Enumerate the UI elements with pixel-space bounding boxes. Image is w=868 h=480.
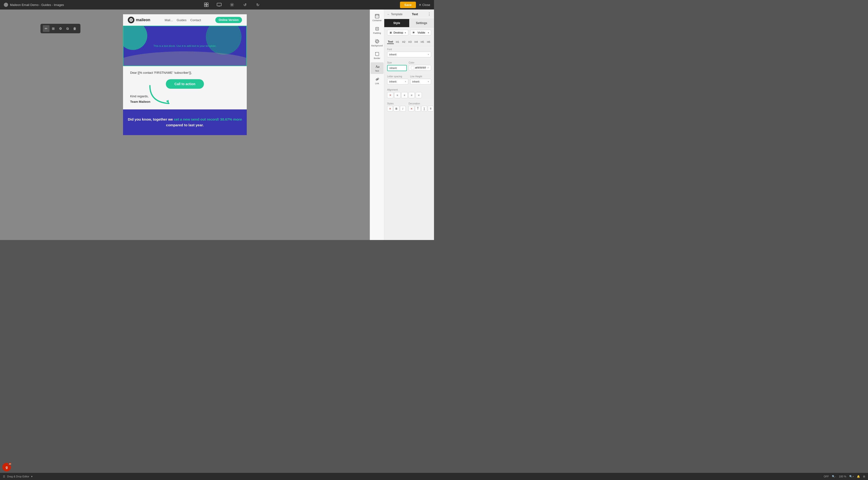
close-button[interactable]: ✕ Close [419, 3, 430, 7]
text-style-tabs: Text H1 H2 H3 H4 H5 H6 [384, 38, 434, 46]
tab-settings[interactable]: Settings [409, 19, 434, 27]
font-section: Font inherit ▾ [384, 46, 434, 60]
container-icon [375, 14, 379, 19]
sign-off-text: Kind regards, [130, 94, 240, 99]
sidebar-item-link[interactable]: Link [371, 75, 383, 87]
styles-decoration-row: Styles ✕ B I Decoration ✕ T T T [384, 100, 434, 114]
deco-underline-button[interactable]: T [422, 106, 427, 111]
line-height-input[interactable]: inherit ▾ [410, 79, 431, 85]
visible-select[interactable]: 👁 Visible ▾ [410, 30, 431, 35]
panel-tabs: Style Settings [384, 19, 434, 27]
footer-highlight: set a new send out record! 30.67% more [174, 117, 242, 121]
style-none-button[interactable]: ✕ [387, 106, 393, 111]
panel-title: Text [412, 12, 418, 16]
footer-line2: compared to last year. [166, 123, 204, 127]
styles-label: Styles [387, 102, 406, 105]
nav-contact: Contact [190, 18, 201, 22]
desktop-select[interactable]: 🖥 Desktop ▾ [387, 30, 408, 35]
align-center-button[interactable]: ≡ [401, 92, 408, 98]
svg-rect-11 [376, 15, 378, 16]
text-tab-h6[interactable]: H6 [426, 40, 431, 44]
size-input[interactable]: inherit [387, 65, 407, 71]
alignment-section: Alignment ✕ ≡ ≡ ≡ ≡ [384, 87, 434, 100]
deco-overline-button[interactable]: T [415, 106, 421, 111]
greeting-text: Dear [[% contact 'FIRSTNAME' 'subscriber… [130, 71, 240, 74]
hero-text: This is a text block. Use it to add text… [153, 44, 216, 47]
undo-icon[interactable]: ↺ [242, 2, 247, 7]
settings-icon[interactable] [229, 2, 235, 7]
style-bold-button[interactable]: B [394, 106, 399, 111]
color-reset-icon: ↺ [427, 67, 429, 69]
decoration-label: Decoration [408, 102, 434, 105]
size-color-row: Size inherit Color #FFFFFF ↺ [387, 61, 431, 71]
sign-off: Kind regards, Team Maileon [130, 94, 240, 105]
color-input[interactable]: #FFFFFF ↺ [409, 65, 431, 71]
text-tab-h2[interactable]: H2 [401, 40, 406, 44]
align-none-button[interactable]: ✕ [387, 92, 393, 98]
header-nav: Mail... Guides Contact [165, 18, 201, 22]
size-group: Size inherit [387, 61, 407, 71]
save-button[interactable]: Save [400, 2, 416, 8]
style-italic-button[interactable]: I [400, 106, 406, 111]
cta-wrapper: Call to action [130, 79, 240, 89]
cta-button[interactable]: Call to action [166, 79, 204, 89]
alignment-label: Alignment [387, 89, 431, 91]
align-justify-button[interactable]: ≡ [416, 92, 422, 98]
text-tab-h4[interactable]: H4 [414, 40, 418, 44]
nav-mail: Mail... [165, 18, 173, 22]
svg-rect-4 [217, 3, 221, 6]
letter-spacing-value: inherit [389, 80, 396, 83]
monitor-small-icon: 🖥 [389, 31, 392, 34]
padding-icon [375, 26, 379, 31]
text-icon: Aa [375, 64, 379, 69]
back-arrow-icon: ← [387, 12, 390, 16]
email-body: Dear [[% contact 'FIRSTNAME' 'subscriber… [123, 66, 247, 109]
right-panel: ← Template Text ⋮ Style Settings 🖥 Deskt… [384, 9, 434, 240]
sidebar-item-background[interactable]: Background [371, 37, 383, 49]
text-tab-h3[interactable]: H3 [408, 40, 412, 44]
letter-spacing-input[interactable]: inherit ▾ [387, 79, 408, 85]
spacing-section: Letter spacing inherit ▾ Line Height inh… [384, 73, 434, 87]
monitor-icon[interactable] [217, 2, 222, 7]
panel-more-button[interactable]: ⋮ [427, 12, 431, 17]
sidebar-item-text[interactable]: Aa Text [371, 62, 383, 74]
panel-back-button[interactable]: ← Template [387, 12, 403, 16]
svg-rect-2 [205, 5, 206, 7]
sidebar-item-padding[interactable]: Padding [371, 25, 383, 36]
footer-text: Did you know, together we set a new send… [128, 117, 242, 128]
toolbar-popup: ✏ ⊞ ⚙ ⧉ 🗑 [40, 24, 81, 33]
size-color-section: Size inherit Color #FFFFFF ↺ [384, 60, 434, 73]
redo-icon[interactable]: ↻ [255, 2, 260, 7]
grid-icon[interactable] [204, 2, 209, 7]
text-label: Text [375, 70, 379, 72]
sidebar-item-border[interactable]: Border [371, 50, 383, 61]
online-version-button[interactable]: Online Version [215, 17, 242, 23]
topbar-center: ↺ ↻ [204, 2, 260, 7]
sidebar-item-container[interactable]: Container [371, 12, 383, 24]
svg-rect-1 [207, 3, 208, 4]
deco-none-button[interactable]: ✕ [408, 106, 414, 111]
resize-button[interactable]: ⊞ [50, 25, 57, 32]
deco-strikethrough-button[interactable]: T [428, 106, 434, 111]
topbar-right: Save ✕ Close [400, 2, 430, 8]
align-left-button[interactable]: ≡ [394, 92, 400, 98]
team-name: Team Maileon [130, 100, 150, 103]
panel-back-label: Template [391, 12, 403, 16]
decoration-buttons: ✕ T T T [408, 106, 434, 111]
align-right-button[interactable]: ≡ [408, 92, 415, 98]
delete-button[interactable]: 🗑 [71, 25, 78, 32]
text-tab-h1[interactable]: H1 [395, 40, 400, 44]
copy-button[interactable]: ⧉ [64, 25, 71, 32]
text-tab-text[interactable]: Text [387, 40, 394, 44]
settings-popup-button[interactable]: ⚙ [57, 25, 64, 32]
border-label: Border [374, 57, 380, 60]
nav-guides: Guides [177, 18, 187, 22]
edit-button[interactable]: ✏ [43, 25, 50, 32]
styles-buttons: ✕ B I [387, 106, 406, 111]
tab-style[interactable]: Style [384, 19, 409, 27]
text-tab-h5[interactable]: H5 [420, 40, 425, 44]
decoration-group: Decoration ✕ T T T [408, 102, 434, 111]
font-input[interactable]: inherit ▾ [387, 52, 431, 57]
visibility-row: 🖥 Desktop ▾ 👁 Visible ▾ [384, 27, 434, 38]
lh-dropdown-icon: ▾ [428, 81, 429, 83]
